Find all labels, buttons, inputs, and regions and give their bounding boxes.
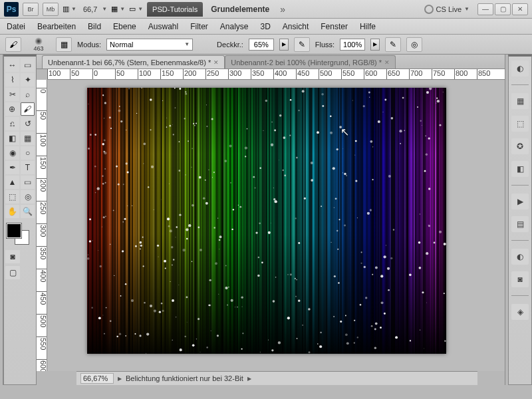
menu-filter[interactable]: Filter: [190, 22, 208, 31]
menu-datei[interactable]: Datei: [7, 22, 25, 31]
ruler-vertical[interactable]: 050100150200250300350400450500550600: [37, 80, 47, 371]
cslive-button[interactable]: CS Live ▼: [424, 5, 469, 14]
stamp-tool[interactable]: ⎌: [5, 117, 19, 130]
chevron-down-icon: ▼: [71, 6, 76, 12]
gradient-tool[interactable]: ▦: [21, 132, 35, 145]
quickmask-button[interactable]: ◙: [5, 250, 20, 263]
camera-panel-button[interactable]: ◙: [511, 271, 529, 287]
minimize-button[interactable]: —: [477, 3, 493, 15]
3d-camera-tool[interactable]: ◎: [21, 190, 35, 203]
status-zoom-input[interactable]: 66,67%: [80, 373, 114, 384]
type-tool[interactable]: T: [21, 161, 35, 174]
status-bar: 66,67% ▶ Belichtung funktioniert nur bei…: [76, 371, 477, 385]
menu-fenster[interactable]: Fenster: [321, 22, 348, 31]
arrange-dropdown[interactable]: ▦▼: [111, 5, 125, 13]
workspace-more-icon[interactable]: »: [277, 4, 288, 15]
marquee-tool[interactable]: ▭: [21, 59, 35, 72]
maximize-button[interactable]: ▢: [495, 3, 511, 15]
cslive-icon: [424, 5, 434, 14]
flow-arrow[interactable]: ▶: [370, 39, 380, 51]
chevron-down-icon: ▼: [138, 6, 143, 12]
menu-bild[interactable]: Bild: [88, 22, 101, 31]
menu-bearbeiten[interactable]: Bearbeiten: [37, 22, 76, 31]
menu-auswahl[interactable]: Auswahl: [148, 22, 178, 31]
brush-tool[interactable]: 🖌: [21, 102, 35, 116]
view-extras-dropdown[interactable]: ▥▼: [63, 5, 76, 13]
canvas-viewport[interactable]: ↖: [47, 80, 505, 371]
eraser-tool[interactable]: ◧: [5, 132, 19, 145]
brush-panel-button[interactable]: ◐: [511, 249, 529, 265]
styles-panel-button[interactable]: ⬚: [511, 116, 529, 132]
path-select-tool[interactable]: ▲: [5, 176, 19, 189]
heal-tool[interactable]: ⊕: [5, 102, 19, 116]
ruler-horizontal[interactable]: 1005005010015020025030035040045050055060…: [47, 69, 505, 80]
options-bar: 🖌 463 ▦ Modus: Normal▼ Deckkr.: 65% ▶ ✎ …: [0, 35, 532, 55]
color-panel-button[interactable]: ◐: [511, 61, 529, 76]
dodge-tool[interactable]: ○: [21, 146, 35, 160]
masks-panel-button[interactable]: ◧: [511, 161, 529, 177]
opacity-input[interactable]: 65%: [249, 39, 274, 51]
adjustments-panel-button[interactable]: ✪: [511, 138, 529, 154]
mode-label: Modus:: [77, 41, 101, 49]
app-logo: Ps: [4, 2, 19, 17]
document-tabs: Unbenannt-1 bei 66,7% (Stern, Ebenenmask…: [37, 55, 505, 69]
history-brush-tool[interactable]: ↺: [21, 117, 35, 130]
blend-mode-select[interactable]: Normal▼: [106, 39, 193, 51]
brush-preview[interactable]: 463: [27, 37, 51, 52]
menubar: Datei Bearbeiten Bild Ebene Auswahl Filt…: [0, 19, 532, 35]
menu-hilfe[interactable]: Hilfe: [360, 22, 376, 31]
workspace-tab-psdtutorials[interactable]: PSD-Tutorials: [147, 2, 203, 17]
workspace-tab-grundelemente[interactable]: Grundelemente: [207, 5, 273, 14]
close-button[interactable]: ✕: [512, 3, 528, 15]
zoom-tool[interactable]: 🔍: [21, 205, 35, 218]
histogram-panel-button[interactable]: ▤: [511, 216, 529, 232]
menu-analyse[interactable]: Analyse: [220, 22, 249, 31]
hand-tool[interactable]: ✋: [5, 205, 19, 218]
bridge-button[interactable]: Br: [23, 3, 39, 16]
pen-tool[interactable]: ✒: [5, 161, 19, 174]
play-panel-button[interactable]: ▶: [511, 194, 529, 209]
brush-dot-icon: [35, 37, 43, 45]
opacity-arrow[interactable]: ▶: [279, 39, 289, 51]
blur-tool[interactable]: ◉: [5, 146, 19, 160]
filmstrip-icon: ▥: [63, 5, 69, 13]
screenmode-button[interactable]: ▢: [5, 266, 20, 279]
opacity-label: Deckkr.:: [217, 41, 243, 49]
flow-input[interactable]: 100%: [340, 39, 365, 51]
eyedropper-tool[interactable]: ⌕: [21, 88, 35, 101]
lasso-tool[interactable]: ⌇: [5, 73, 19, 86]
panel-dock: ◐ ▦ ⬚ ✪ ◧ ▶ ▤ ◐ ◙ ◈: [508, 55, 532, 385]
status-arrow-icon[interactable]: ▶: [247, 376, 251, 382]
airbrush-button[interactable]: ✎: [385, 37, 401, 52]
chevron-down-icon: ▼: [464, 6, 469, 12]
toolbox: ↔▭ ⌇✦ ✂⌕ ⊕🖌 ⎌↺ ◧▦ ◉○ ✒T ▲▭ ⬚◎ ✋🔍 ◙ ▢: [3, 55, 37, 385]
color-swatches[interactable]: [5, 223, 33, 247]
zoom-dropdown[interactable]: 66,7▼: [80, 5, 107, 13]
opacity-pressure-button[interactable]: ✎: [294, 37, 310, 52]
wand-tool[interactable]: ✦: [21, 73, 35, 86]
menu-ansicht[interactable]: Ansicht: [283, 22, 309, 31]
canvas-artwork: [87, 88, 446, 354]
crop-tool[interactable]: ✂: [5, 88, 19, 101]
close-icon[interactable]: ✕: [384, 59, 390, 66]
close-icon[interactable]: ✕: [213, 59, 219, 66]
move-tool[interactable]: ↔: [5, 59, 19, 72]
tool-preset-icon[interactable]: 🖌: [5, 37, 21, 52]
screenmode-dropdown[interactable]: ▭▼: [129, 5, 143, 13]
swatches-panel-button[interactable]: ▦: [511, 93, 529, 109]
menu-3d[interactable]: 3D: [261, 22, 271, 31]
shape-tool[interactable]: ▭: [21, 176, 35, 189]
chevron-down-icon: ▼: [120, 6, 125, 12]
document-tab-1[interactable]: Unbenannt-1 bei 66,7% (Stern, Ebenenmask…: [42, 55, 225, 68]
tablet-pressure-button[interactable]: ◎: [406, 37, 422, 52]
menu-ebene[interactable]: Ebene: [113, 22, 136, 31]
3d-tool[interactable]: ⬚: [5, 190, 19, 203]
layers-panel-button[interactable]: ◈: [511, 304, 529, 320]
document-tab-2[interactable]: Unbenannt-2 bei 100% (Hintergrund, RGB/8…: [225, 55, 396, 68]
grid-icon: ▦: [111, 5, 118, 13]
status-arrow-icon[interactable]: ▶: [118, 376, 122, 382]
minibridge-button[interactable]: Mb: [43, 3, 59, 16]
foreground-color-swatch[interactable]: [7, 223, 21, 238]
brush-panel-button[interactable]: ▦: [56, 37, 72, 52]
screen-icon: ▭: [129, 5, 136, 13]
